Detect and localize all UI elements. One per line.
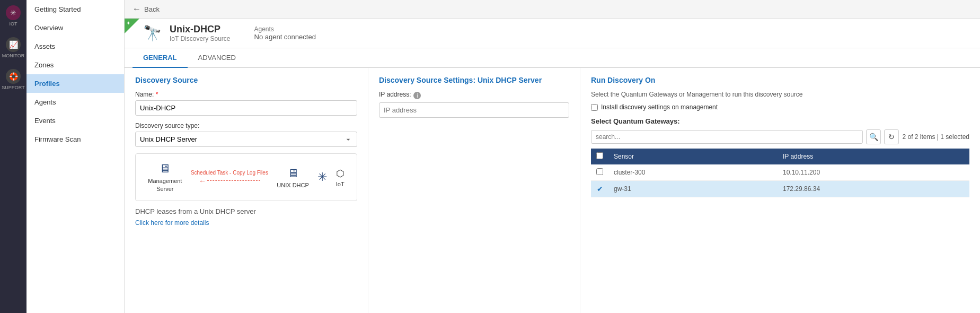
table-row: ✔ gw-31 172.29.86.34 bbox=[591, 181, 969, 197]
header-card: ✦ 🔭 Unix-DHCP IoT Discovery Source Agent… bbox=[125, 19, 980, 48]
iot-icon-diagram: ⬡ bbox=[336, 168, 345, 179]
discovery-source-panel: Discovery Source Name: * Discovery sourc… bbox=[125, 68, 368, 313]
row-checkbox-1[interactable] bbox=[596, 168, 603, 175]
name-label: Name: * bbox=[135, 91, 357, 98]
sidebar-item-firmware-scan[interactable]: Firmware Scan bbox=[27, 130, 124, 149]
sensor-cell-2: gw-31 bbox=[608, 181, 778, 197]
run-discovery-title: Run Discovery On bbox=[591, 76, 969, 84]
row-checkbox-cell bbox=[591, 164, 608, 181]
click-here-link[interactable]: Click here for more details bbox=[135, 219, 209, 227]
col-sensor: Sensor bbox=[608, 149, 778, 164]
col-ip-address: IP address bbox=[778, 149, 969, 164]
monitor-icon: 📈 bbox=[6, 37, 21, 52]
info-icon: i bbox=[413, 92, 421, 99]
support-icon: 🛟 bbox=[6, 69, 21, 84]
sidebar-item-overview[interactable]: Overview bbox=[27, 19, 124, 37]
sidebar-item-getting-started[interactable]: Getting Started bbox=[27, 0, 124, 19]
select-all-checkbox[interactable] bbox=[596, 152, 603, 159]
agents-label: Agents bbox=[254, 25, 316, 33]
header-info: Unix-DHCP IoT Discovery Source bbox=[170, 24, 231, 42]
iot-icon: ✳ bbox=[6, 5, 21, 20]
arrow-label: Scheduled Task - Copy Log Files bbox=[191, 170, 268, 176]
install-settings-checkbox[interactable] bbox=[591, 104, 598, 111]
arrow-left-icon: ← bbox=[199, 177, 206, 185]
install-settings-label: Install discovery settings on management bbox=[601, 103, 718, 111]
sensor-cell-1: cluster-300 bbox=[608, 164, 778, 181]
ip-cell-1: 10.10.11.200 bbox=[778, 164, 969, 181]
nav-iot[interactable]: ✳ IOT bbox=[6, 5, 21, 27]
run-discovery-description: Select the Quantum Gateways or Managemen… bbox=[591, 91, 969, 98]
ip-address-label-row: IP address: i bbox=[379, 91, 569, 100]
content-area: Discovery Source Name: * Discovery sourc… bbox=[125, 68, 980, 313]
col-checkbox bbox=[591, 149, 608, 164]
back-bar: ← Back bbox=[125, 0, 980, 19]
diagram-arrow: Scheduled Task - Copy Log Files ← bbox=[191, 170, 268, 185]
refresh-button[interactable]: ↻ bbox=[884, 129, 899, 144]
discovery-source-settings-panel: Discovery Source Settings: Unix DHCP Ser… bbox=[368, 68, 580, 313]
nav-support[interactable]: 🛟 SUPPORT bbox=[2, 69, 24, 90]
discovery-source-title: Discovery Source bbox=[135, 76, 357, 84]
sidebar-item-agents[interactable]: Agents bbox=[27, 93, 124, 111]
nav-monitor[interactable]: 📈 MONITOR bbox=[2, 37, 24, 58]
diagram-box: 🖥 ManagementServer Scheduled Task - Copy… bbox=[135, 153, 357, 201]
dashed-line bbox=[207, 180, 260, 181]
back-arrow-icon: ← bbox=[133, 4, 141, 14]
search-input[interactable] bbox=[591, 130, 863, 144]
gateways-table: Sensor IP address cluster-300 10.10.11.2… bbox=[591, 149, 969, 197]
back-button[interactable]: Back bbox=[144, 5, 160, 13]
source-title: Unix-DHCP bbox=[170, 24, 231, 35]
source-subtitle: IoT Discovery Source bbox=[170, 35, 231, 42]
sidebar-item-events[interactable]: Events bbox=[27, 111, 124, 130]
type-select[interactable]: Unix DHCP Server bbox=[135, 132, 357, 147]
left-navigation: ✳ IOT 📈 MONITOR 🛟 SUPPORT bbox=[0, 0, 27, 313]
table-row: cluster-300 10.10.11.200 bbox=[591, 164, 969, 181]
sidebar-item-zones[interactable]: Zones bbox=[27, 56, 124, 74]
type-label: Discovery source type: bbox=[135, 122, 357, 129]
required-star: * bbox=[156, 91, 158, 98]
search-row: 🔍 ↻ 2 of 2 items | 1 selected bbox=[591, 129, 969, 144]
management-server-node: 🖥 ManagementServer bbox=[148, 162, 182, 193]
ip-cell-2: 172.29.86.34 bbox=[778, 181, 969, 197]
check-mark-icon: ✔ bbox=[597, 185, 603, 193]
install-settings-row: Install discovery settings on management bbox=[591, 103, 969, 111]
iot-node: ⬡ IoT bbox=[336, 168, 345, 187]
select-gateways-label: Select Quantum Gateways: bbox=[591, 117, 969, 125]
search-button[interactable]: 🔍 bbox=[866, 129, 881, 144]
tab-advanced[interactable]: ADVANCED bbox=[188, 48, 246, 68]
tabs-bar: GENERAL ADVANCED bbox=[125, 48, 980, 68]
iot-hub-icon: ✳ bbox=[317, 170, 327, 184]
unix-dhcp-node: 🖥 UNIX DHCP bbox=[277, 167, 309, 188]
agents-value: No agent connected bbox=[254, 33, 316, 41]
items-count: 2 of 2 items | 1 selected bbox=[902, 133, 969, 141]
name-input[interactable] bbox=[135, 100, 357, 116]
sidebar: Getting Started Overview Assets Zones Pr… bbox=[27, 0, 125, 313]
server-icon: 🖥 bbox=[159, 162, 171, 176]
tab-general[interactable]: GENERAL bbox=[133, 48, 188, 68]
ip-address-input[interactable] bbox=[379, 102, 569, 118]
main-content: ← Back ✦ 🔭 Unix-DHCP IoT Discovery Sourc… bbox=[125, 0, 980, 313]
settings-title: Discovery Source Settings: Unix DHCP Ser… bbox=[379, 76, 569, 84]
sidebar-item-assets[interactable]: Assets bbox=[27, 37, 124, 56]
star-badge-icon: ✦ bbox=[126, 20, 130, 26]
sidebar-item-profiles[interactable]: Profiles bbox=[27, 74, 124, 93]
dhcp-icon: 🖥 bbox=[287, 167, 299, 180]
binoculars-icon: 🔭 bbox=[143, 24, 162, 42]
row-checkbox-cell-2: ✔ bbox=[591, 181, 608, 197]
agents-section: Agents No agent connected bbox=[254, 25, 316, 41]
ip-address-label: IP address: bbox=[379, 91, 411, 98]
run-discovery-panel: Run Discovery On Select the Quantum Gate… bbox=[580, 68, 980, 313]
dhcp-leases-text: DHCP leases from a Unix DHCP server bbox=[135, 207, 357, 215]
